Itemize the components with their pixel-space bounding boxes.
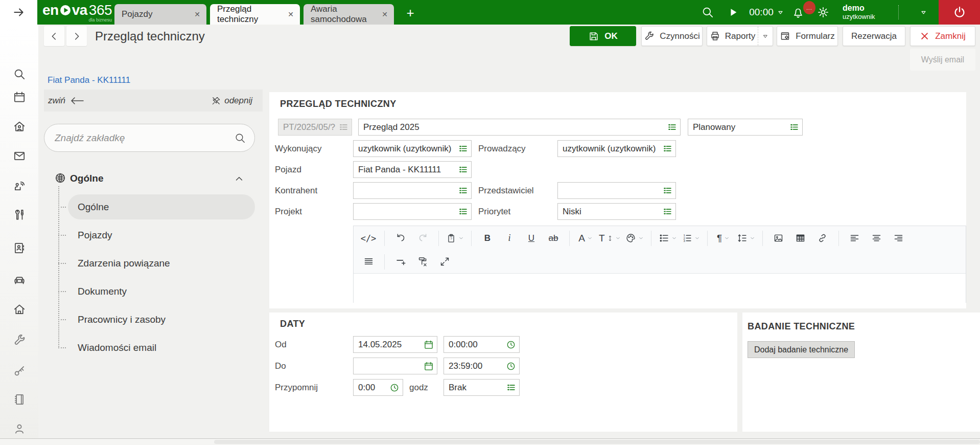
sidebar-remote-work-button[interactable] bbox=[13, 179, 26, 192]
pojazd-field[interactable]: Fiat Panda - KK11111 bbox=[353, 161, 472, 178]
rezerwacja-button[interactable]: Rezerwacja bbox=[843, 26, 905, 46]
sidebar-calendar-button[interactable] bbox=[13, 91, 26, 104]
font-color-button[interactable]: A bbox=[577, 230, 594, 247]
raporty-button[interactable]: Raporty bbox=[707, 26, 773, 46]
do-date-field[interactable] bbox=[353, 358, 437, 374]
new-tab-button[interactable]: + bbox=[402, 4, 419, 21]
list-picker-icon[interactable] bbox=[458, 165, 468, 174]
name-field[interactable]: Przegląd 2025 bbox=[358, 119, 681, 136]
code-view-button[interactable]: </> bbox=[360, 230, 377, 247]
list-picker-icon[interactable] bbox=[506, 383, 516, 392]
line-spacing-button[interactable] bbox=[737, 230, 755, 247]
list-picker-icon[interactable] bbox=[663, 186, 672, 195]
list-picker-icon[interactable] bbox=[663, 207, 672, 216]
expand-menu-button[interactable] bbox=[0, 0, 37, 25]
clock-icon[interactable] bbox=[506, 340, 516, 350]
tab-awaria-samochodowa[interactable]: Awaria samochodowa ✕ bbox=[304, 4, 394, 25]
topbar-search-button[interactable] bbox=[701, 6, 714, 19]
tab-close-icon[interactable]: ✕ bbox=[187, 10, 200, 18]
insert-table-button[interactable] bbox=[792, 230, 809, 247]
tree-item-zdarzenia-powiazane[interactable]: Zdarzenia powiązane bbox=[68, 251, 255, 276]
settings-button[interactable] bbox=[816, 6, 830, 19]
ok-button[interactable]: OK bbox=[570, 26, 636, 46]
wyslij-email-button[interactable]: Wyślij email bbox=[910, 49, 975, 71]
insert-link-button[interactable] bbox=[814, 230, 831, 247]
priorytet-field[interactable]: Niski bbox=[557, 203, 676, 220]
logout-button[interactable] bbox=[939, 0, 980, 25]
user-menu[interactable]: demo uzytkownik bbox=[843, 4, 875, 21]
clear-format-button[interactable] bbox=[414, 254, 431, 270]
sidebar-notebook-button[interactable] bbox=[13, 393, 26, 406]
session-dropdown[interactable] bbox=[920, 9, 927, 16]
przypomnij-time-field[interactable]: 0:00 bbox=[353, 379, 403, 396]
strikethrough-button[interactable]: ab bbox=[545, 230, 562, 247]
tab-przeglad-techniczny[interactable]: Przegląd techniczny ✕ bbox=[210, 4, 300, 25]
clock-icon[interactable] bbox=[389, 383, 400, 393]
tree-group-ogolne[interactable]: Ogólne bbox=[70, 173, 103, 184]
tab-close-icon[interactable]: ✕ bbox=[375, 10, 388, 18]
highlight-palette-button[interactable] bbox=[625, 230, 644, 247]
record-link[interactable]: Fiat Panda - KK11111 bbox=[48, 75, 130, 85]
paragraph-button[interactable]: ¶ bbox=[715, 230, 732, 247]
projekt-field[interactable] bbox=[353, 203, 472, 220]
wykonujacy-field[interactable]: uzytkownik (uzytkownik) bbox=[353, 140, 472, 157]
calendar-icon[interactable] bbox=[424, 361, 434, 371]
list-picker-icon[interactable] bbox=[667, 122, 677, 132]
forward-button[interactable] bbox=[66, 26, 87, 46]
przypomnij-mode-field[interactable]: Brak bbox=[444, 379, 520, 396]
bullet-list-button[interactable] bbox=[659, 230, 677, 247]
list-picker-icon[interactable] bbox=[458, 186, 468, 195]
list-picker-icon[interactable] bbox=[458, 207, 468, 216]
unpin-panel-button[interactable]: odepnij bbox=[211, 96, 252, 106]
prowadzacy-field[interactable]: uzytkownik (uzytkownik) bbox=[557, 140, 676, 157]
przedstawiciel-field[interactable] bbox=[557, 182, 676, 199]
tree-item-dokumenty[interactable]: Dokumenty bbox=[68, 279, 255, 304]
expand-editor-button[interactable] bbox=[436, 254, 453, 270]
clock-icon[interactable] bbox=[506, 361, 516, 371]
justify-button[interactable] bbox=[360, 254, 377, 270]
redo-button[interactable] bbox=[414, 230, 431, 247]
sidebar-hr-button[interactable] bbox=[13, 120, 26, 134]
bold-button[interactable]: B bbox=[479, 230, 496, 247]
start-timer-button[interactable] bbox=[728, 7, 739, 20]
list-picker-icon[interactable] bbox=[458, 144, 468, 153]
sidebar-licenses-button[interactable] bbox=[13, 364, 26, 377]
sidebar-contacts-button[interactable] bbox=[13, 241, 26, 255]
od-time-field[interactable]: 0:00:00 bbox=[444, 336, 520, 353]
czynnosci-button[interactable]: Czynności bbox=[641, 26, 703, 46]
raporty-main[interactable]: Raporty bbox=[707, 31, 758, 41]
tree-item-ogolne[interactable]: Ogólne bbox=[68, 194, 255, 219]
zamknij-button[interactable]: Zamknij bbox=[910, 26, 975, 46]
timer-dropdown[interactable] bbox=[777, 9, 784, 16]
raporty-dropdown[interactable] bbox=[758, 27, 773, 46]
numbered-list-button[interactable]: 123 bbox=[682, 230, 700, 247]
italic-button[interactable]: i bbox=[501, 230, 518, 247]
align-center-button[interactable] bbox=[868, 230, 885, 247]
tree-item-pojazdy[interactable]: Pojazdy bbox=[68, 222, 255, 248]
calendar-icon[interactable] bbox=[424, 340, 434, 350]
list-picker-icon[interactable] bbox=[663, 144, 672, 153]
undo-button[interactable] bbox=[392, 230, 409, 247]
kontrahent-field[interactable] bbox=[353, 182, 472, 199]
formularz-button[interactable]: Formularz bbox=[777, 26, 838, 46]
tab-pojazdy[interactable]: Pojazdy ✕ bbox=[114, 4, 206, 25]
align-right-button[interactable] bbox=[890, 230, 907, 247]
bottom-scrollbar-thumb[interactable] bbox=[214, 440, 980, 444]
tab-close-icon[interactable]: ✕ bbox=[281, 10, 294, 18]
paste-button[interactable]: ? bbox=[446, 230, 464, 247]
align-left-button[interactable] bbox=[846, 230, 864, 247]
insert-hr-button[interactable] bbox=[392, 254, 409, 270]
collapse-group-button[interactable] bbox=[234, 174, 244, 184]
do-time-field[interactable]: 23:59:00 bbox=[444, 358, 520, 374]
insert-image-button[interactable] bbox=[770, 230, 787, 247]
tree-item-wiadomosci-email[interactable]: Wiadomości email bbox=[68, 335, 255, 360]
sidebar-service-button[interactable] bbox=[13, 208, 26, 221]
sidebar-maintenance-button[interactable] bbox=[13, 333, 26, 347]
tree-item-pracownicy-i-zasoby[interactable]: Pracownicy i zasoby bbox=[68, 307, 255, 332]
editor-content[interactable] bbox=[354, 274, 966, 303]
sidebar-search-button[interactable] bbox=[13, 68, 26, 81]
tab-search-box[interactable] bbox=[44, 124, 255, 152]
status-field[interactable]: Planowany bbox=[688, 119, 803, 136]
dodaj-badanie-button[interactable]: Dodaj badanie techniczne bbox=[748, 341, 855, 358]
underline-button[interactable]: U bbox=[523, 230, 540, 247]
